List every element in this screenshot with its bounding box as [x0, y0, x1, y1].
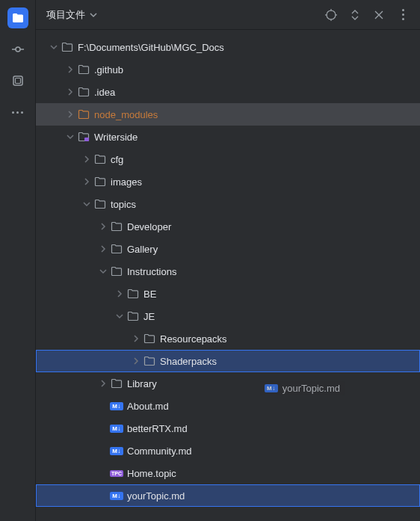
hide-button[interactable] — [372, 8, 386, 22]
select-opened-button[interactable] — [324, 8, 338, 22]
chevron-right-icon — [130, 357, 142, 365]
tree-folder-library[interactable]: Library — [36, 372, 420, 395]
tree-label: BE — [143, 289, 156, 300]
folder-icon — [76, 64, 91, 75]
svg-rect-4 — [15, 78, 20, 84]
tree-label: topics — [111, 199, 136, 210]
commit-tool-button[interactable] — [7, 39, 28, 60]
tree-label: Library — [127, 378, 157, 389]
target-icon — [325, 9, 337, 21]
tree-label: Gallery — [127, 244, 158, 255]
tree-file-community[interactable]: M↓ Community.md — [36, 440, 420, 462]
chevron-right-icon — [64, 88, 76, 96]
dots-vertical-icon — [402, 9, 404, 20]
tree-label: images — [111, 176, 142, 188]
drag-ghost: M↓ yourTopic.md — [260, 381, 345, 395]
chevron-right-icon — [81, 155, 93, 163]
tree-label: yourTopic.md — [127, 490, 185, 502]
tree-folder-github[interactable]: .github — [36, 58, 420, 81]
tree-folder-je[interactable]: JE — [36, 305, 420, 327]
folder-icon — [109, 265, 124, 277]
chevron-down-icon — [64, 133, 76, 141]
tool-sidebar — [0, 0, 36, 521]
folder-icon — [142, 355, 157, 367]
close-icon — [374, 10, 383, 19]
tree-label: cfg — [111, 154, 123, 165]
svg-point-5 — [327, 10, 336, 19]
project-panel: 项目文件 F:\Documents\GitHub\MGC_Docs — [36, 0, 420, 521]
tree-label: Developer — [127, 221, 171, 232]
folder-icon — [76, 108, 91, 120]
svg-rect-10 — [84, 138, 89, 141]
tree-folder-gallery[interactable]: Gallery — [36, 238, 420, 260]
chevron-right-icon — [64, 66, 76, 73]
tree-label: .idea — [94, 87, 115, 98]
tree-file-yourtopic[interactable]: M↓ yourTopic.md — [36, 484, 420, 507]
chevron-right-icon — [130, 335, 142, 342]
markdown-file-icon: M↓ — [109, 425, 124, 433]
folder-icon — [76, 86, 91, 98]
expand-collapse-icon — [350, 10, 360, 20]
panel-title-text: 项目文件 — [46, 8, 85, 22]
folder-icon — [109, 377, 124, 389]
tree-label: .github — [94, 64, 123, 75]
folder-icon — [60, 41, 75, 53]
tree-folder-instructions[interactable]: Instructions — [36, 260, 420, 283]
tree-folder-node-modules[interactable]: node_modules — [36, 103, 420, 126]
chevron-right-icon — [97, 223, 109, 230]
tree-label: Shaderpacks — [160, 356, 217, 367]
chevron-right-icon — [97, 380, 109, 387]
chevron-right-icon — [81, 178, 93, 185]
stack-icon — [12, 75, 24, 87]
tree-folder-topics[interactable]: topics — [36, 193, 420, 215]
markdown-file-icon: M↓ — [109, 402, 124, 410]
project-tool-button[interactable] — [7, 7, 28, 28]
drag-ghost-label: yourTopic.md — [282, 383, 340, 394]
folder-icon — [109, 243, 124, 255]
tree-file-home[interactable]: TPC Home.topic — [36, 462, 420, 484]
more-tool-button[interactable] — [7, 102, 28, 123]
svg-point-0 — [16, 47, 20, 52]
tree-folder-cfg[interactable]: cfg — [36, 148, 420, 170]
topic-file-icon: TPC — [109, 470, 124, 477]
tree-folder-developer[interactable]: Developer — [36, 215, 420, 238]
tree-label: Instructions — [127, 266, 176, 277]
chevron-down-icon — [90, 11, 97, 19]
tree-folder-images[interactable]: images — [36, 170, 420, 193]
tree-label: betterRTX.md — [127, 423, 188, 434]
tree-label: node_modules — [94, 109, 158, 120]
tree-folder-be[interactable]: BE — [36, 283, 420, 305]
tree-folder-shaderpacks[interactable]: Shaderpacks — [36, 350, 420, 372]
options-button[interactable] — [396, 8, 410, 22]
panel-title-dropdown[interactable]: 项目文件 — [46, 8, 97, 22]
folder-icon — [142, 333, 157, 345]
tree-label: JE — [143, 311, 155, 322]
markdown-file-icon: M↓ — [265, 384, 278, 392]
structure-tool-button[interactable] — [7, 70, 28, 91]
tree-label: Home.topic — [127, 468, 176, 479]
markdown-file-icon: M↓ — [109, 492, 124, 500]
folder-icon — [126, 288, 140, 300]
header-actions — [324, 8, 410, 22]
tree-root[interactable]: F:\Documents\GitHub\MGC_Docs — [36, 36, 420, 58]
tree-folder-resourcepacks[interactable]: Resourcepacks — [36, 327, 420, 350]
folder-icon — [126, 310, 140, 322]
tree-file-betterrtx[interactable]: M↓ betterRTX.md — [36, 417, 420, 440]
chevron-down-icon — [81, 200, 93, 208]
folder-icon — [93, 153, 108, 165]
svg-rect-3 — [13, 76, 22, 85]
expand-collapse-button[interactable] — [348, 8, 362, 22]
folder-icon — [12, 12, 24, 24]
tree-label: F:\Documents\GitHub\MGC_Docs — [78, 42, 224, 53]
chevron-right-icon — [114, 290, 126, 298]
tree-label: Writerside — [94, 132, 138, 143]
tree-file-about[interactable]: M↓ About.md — [36, 395, 420, 417]
tree-label: Community.md — [127, 446, 191, 457]
module-folder-icon — [76, 131, 91, 143]
tree-folder-idea[interactable]: .idea — [36, 81, 420, 103]
chevron-down-icon — [114, 312, 126, 320]
tree-folder-writerside[interactable]: Writerside — [36, 126, 420, 148]
markdown-file-icon: M↓ — [109, 447, 124, 455]
chevron-right-icon — [97, 245, 109, 253]
folder-icon — [93, 176, 108, 188]
